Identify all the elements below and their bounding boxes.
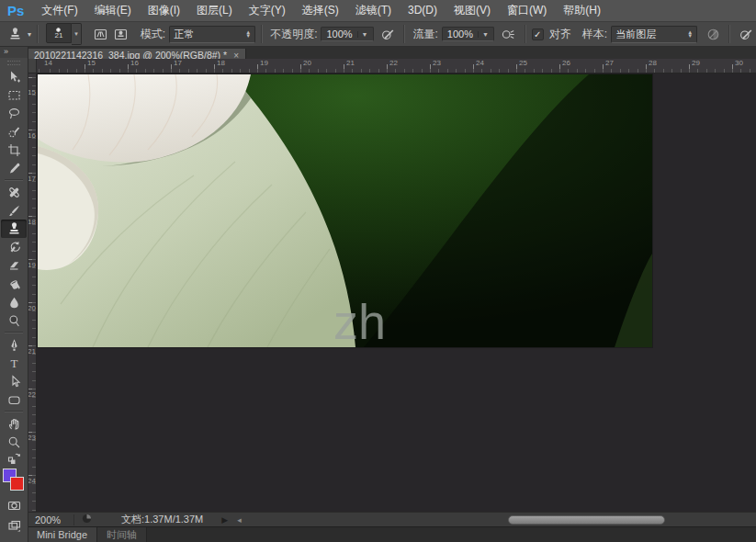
rectangular-marquee-tool[interactable] bbox=[1, 85, 27, 104]
vertical-ruler[interactable]: 15161718192021222324 bbox=[28, 73, 37, 542]
crop-tool[interactable] bbox=[1, 141, 27, 159]
airbrush-button[interactable] bbox=[499, 25, 519, 44]
brush-tool[interactable] bbox=[1, 201, 27, 220]
pen-pressure-icon bbox=[739, 28, 753, 41]
mode-select[interactable]: 正常 ▲▼ bbox=[169, 26, 255, 43]
ruler-tick-label: 17 bbox=[28, 175, 36, 183]
healing-brush-tool[interactable] bbox=[1, 183, 27, 201]
horizontal-ruler[interactable]: 1415161718192021222324252627282930 bbox=[28, 59, 756, 73]
menu-item[interactable]: 文件(F) bbox=[33, 0, 85, 21]
path-selection-tool[interactable] bbox=[1, 372, 27, 390]
eyedropper-tool[interactable] bbox=[1, 159, 27, 177]
ruler-tick-label: 23 bbox=[28, 435, 36, 442]
eraser-icon bbox=[7, 259, 21, 273]
default-swap-colors[interactable] bbox=[1, 451, 27, 465]
ruler-tick-label: 24 bbox=[476, 60, 484, 67]
ruler-tick-label: 22 bbox=[389, 60, 398, 67]
history-brush-tool[interactable] bbox=[1, 238, 27, 256]
ignore-adjustment-layers-button[interactable] bbox=[703, 25, 723, 44]
sample-label: 样本: bbox=[582, 27, 607, 42]
opacity-value: 100% bbox=[326, 28, 352, 40]
tools-panel: » T bbox=[0, 46, 28, 542]
menu-item[interactable]: 文字(Y) bbox=[241, 0, 294, 21]
menu-item[interactable]: 3D(D) bbox=[400, 0, 446, 21]
size-pressure-button[interactable] bbox=[736, 25, 756, 44]
opacity-pressure-button[interactable] bbox=[378, 25, 399, 44]
status-flyout-arrow[interactable]: ▶ bbox=[221, 515, 228, 525]
collapse-panel-button[interactable]: » bbox=[0, 46, 28, 58]
aligned-checkbox[interactable]: ✓ bbox=[532, 28, 544, 40]
menu-item[interactable]: 图像(I) bbox=[140, 0, 188, 21]
blur-tool[interactable] bbox=[1, 293, 27, 311]
lasso-tool[interactable] bbox=[1, 104, 27, 122]
ruler-tick-label: 21 bbox=[346, 60, 355, 67]
brush-tool-icon bbox=[7, 204, 21, 218]
tool-preset-picker[interactable] bbox=[6, 25, 26, 44]
chevron-down-icon[interactable]: ▼ bbox=[357, 31, 368, 38]
horizontal-scrollbar-thumb[interactable] bbox=[508, 515, 665, 525]
lasso-tool-icon bbox=[7, 107, 21, 120]
watermark-text: zh bbox=[333, 294, 386, 347]
blur-drop-icon bbox=[7, 296, 21, 310]
panel-grip[interactable] bbox=[7, 61, 20, 65]
clone-stamp-icon bbox=[7, 222, 21, 236]
scrollbar-left-arrow[interactable]: ◂ bbox=[237, 515, 242, 525]
tab-mini-bridge[interactable]: Mini Bridge bbox=[28, 527, 97, 542]
eraser-tool[interactable] bbox=[1, 256, 27, 275]
mode-value: 正常 bbox=[174, 28, 194, 41]
ruler-tick-label: 21 bbox=[28, 348, 36, 356]
ruler-tick-label: 20 bbox=[28, 305, 36, 312]
canvas-image[interactable]: zh bbox=[38, 74, 652, 347]
quick-selection-tool[interactable] bbox=[1, 122, 27, 141]
background-color-swatch[interactable] bbox=[10, 477, 24, 491]
divider bbox=[525, 25, 526, 43]
menu-item[interactable]: 编辑(E) bbox=[86, 0, 140, 21]
menu-item[interactable]: 帮助(H) bbox=[555, 0, 609, 21]
chevron-down-icon[interactable]: ▾ bbox=[72, 23, 82, 45]
tools-divider bbox=[5, 411, 23, 412]
zoom-tool[interactable] bbox=[1, 433, 27, 451]
chevron-down-icon[interactable]: ▼ bbox=[478, 31, 489, 38]
ruler-tick-label: 23 bbox=[433, 60, 441, 67]
menu-items: 文件(F)编辑(E)图像(I)图层(L)文字(Y)选择(S)滤镜(T)3D(D)… bbox=[33, 0, 609, 21]
tab-timeline[interactable]: 时间轴 bbox=[97, 527, 147, 542]
paint-bucket-icon bbox=[7, 277, 21, 291]
menu-item[interactable]: 图层(L) bbox=[188, 0, 241, 21]
chevron-down-icon[interactable]: ▾ bbox=[28, 30, 31, 39]
menu-item[interactable]: 选择(S) bbox=[294, 0, 347, 21]
ruler-tick-label: 19 bbox=[28, 262, 36, 269]
ruler-tick-label: 27 bbox=[605, 60, 614, 67]
paint-bucket-tool[interactable] bbox=[1, 275, 27, 293]
zoom-level-field[interactable]: 200% bbox=[28, 514, 74, 525]
opacity-field[interactable]: 100% ▼ bbox=[321, 27, 373, 41]
screen-mode-button[interactable] bbox=[1, 516, 27, 535]
ruler-tick-label: 20 bbox=[303, 60, 311, 67]
document-size-icon bbox=[82, 514, 92, 525]
menu-item[interactable]: 窗口(W) bbox=[499, 0, 555, 21]
toggle-clone-source-panel-button[interactable] bbox=[111, 25, 131, 44]
marquee-tool-icon bbox=[7, 88, 21, 102]
hand-tool[interactable] bbox=[1, 414, 27, 433]
menu-item[interactable]: 视图(V) bbox=[446, 0, 499, 21]
shape-tool[interactable] bbox=[1, 390, 27, 409]
dodge-tool-icon bbox=[7, 314, 21, 328]
menu-item[interactable]: 滤镜(T) bbox=[347, 0, 400, 21]
clone-stamp-tool[interactable] bbox=[1, 220, 27, 238]
ruler-tick-label: 18 bbox=[28, 219, 36, 226]
sample-select[interactable]: 当前图层 ▲▼ bbox=[611, 26, 697, 43]
type-tool-icon: T bbox=[7, 356, 21, 370]
ruler-tick-label: 18 bbox=[217, 60, 225, 67]
document-tab-bar: 2010221142316_384.jpg @ 200%(RGB/8#) * × bbox=[28, 46, 756, 59]
tool-options-bar: ▾ 21 ▾ 模式: 正常 ▲▼ 不透明度: 100% ▼ 流量: 100% ▼… bbox=[0, 22, 756, 47]
type-tool[interactable]: T bbox=[1, 354, 27, 372]
move-tool[interactable] bbox=[1, 67, 27, 85]
ruler-tick-label: 24 bbox=[28, 478, 36, 485]
ruler-tick-label: 14 bbox=[44, 60, 52, 67]
brush-preset-picker[interactable]: 21 ▾ bbox=[46, 23, 82, 45]
pen-tool[interactable] bbox=[1, 335, 27, 354]
flow-field[interactable]: 100% ▼ bbox=[442, 27, 494, 41]
dodge-tool[interactable] bbox=[1, 311, 27, 330]
ruler-corner[interactable] bbox=[28, 59, 37, 73]
quick-mask-button[interactable] bbox=[1, 496, 27, 514]
toggle-brush-panel-button[interactable] bbox=[91, 25, 111, 44]
